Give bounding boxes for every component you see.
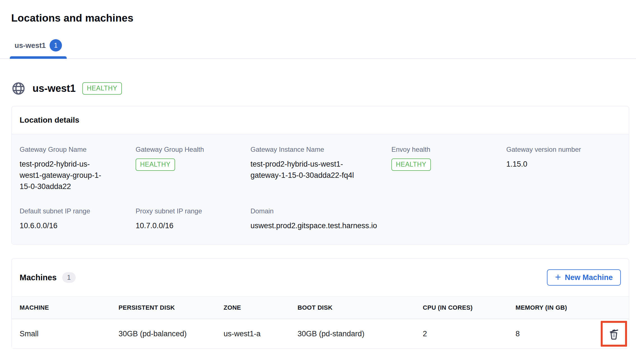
- field-gateway-version: Gateway version number 1.15.0: [506, 146, 621, 192]
- machines-card: Machines 1 + New Machine MACHINE PERSIST…: [11, 258, 629, 349]
- field-value: test-prod2-hybrid-us-west1-gateway-1-15-…: [250, 158, 370, 181]
- machine-table-row: Small 30GB (pd-balanced) us-west1-a 30GB…: [12, 319, 629, 348]
- location-status-badge: HEALTHY: [82, 82, 122, 95]
- column-header-actions: [589, 297, 629, 319]
- cell-zone: us-west1-a: [224, 319, 298, 348]
- field-value: 10.7.0.0/16: [136, 220, 250, 231]
- machines-table-header-row: MACHINE PERSISTENT DISK ZONE BOOT DISK C…: [12, 297, 629, 319]
- column-header-boot-disk: BOOT DISK: [298, 297, 423, 319]
- cell-memory: 8: [516, 319, 589, 348]
- field-label: Gateway Instance Name: [250, 146, 391, 153]
- field-proxy-subnet: Proxy subnet IP range 10.7.0.0/16: [136, 207, 250, 231]
- field-gateway-group-health: Gateway Group Health HEALTHY: [136, 146, 250, 192]
- field-default-subnet: Default subnet IP range 10.6.0.0/16: [20, 207, 136, 231]
- field-label: Envoy health: [391, 146, 506, 153]
- location-name: us-west1: [33, 83, 76, 94]
- column-header-memory: MEMORY (IN GB): [516, 297, 589, 319]
- globe-icon: [11, 81, 26, 96]
- column-header-machine: MACHINE: [12, 297, 119, 319]
- field-value: uswest.prod2.gitspace.test.harness.io: [250, 220, 391, 231]
- location-tabbar: us-west1 1: [0, 32, 636, 59]
- column-header-zone: ZONE: [224, 297, 298, 319]
- plus-icon: +: [555, 272, 561, 282]
- field-value: 10.6.0.0/16: [20, 220, 136, 231]
- delete-machine-button[interactable]: [607, 326, 621, 341]
- location-details-body: Gateway Group Name test-prod2-hybrid-us-…: [12, 134, 629, 244]
- field-envoy-health: Envoy health HEALTHY: [391, 146, 506, 192]
- cell-machine: Small: [12, 319, 119, 348]
- field-label: Gateway Group Health: [136, 146, 250, 153]
- tab-label: us-west1: [15, 41, 46, 50]
- machines-table: MACHINE PERSISTENT DISK ZONE BOOT DISK C…: [12, 296, 629, 348]
- machines-count-badge: 1: [62, 272, 75, 283]
- trash-icon: [607, 327, 621, 340]
- field-gateway-instance-name: Gateway Instance Name test-prod2-hybrid-…: [250, 146, 391, 192]
- new-machine-label: New Machine: [565, 273, 613, 282]
- cell-boot-disk: 30GB (pd-standard): [298, 319, 423, 348]
- envoy-health-badge: HEALTHY: [391, 158, 431, 171]
- field-label: Default subnet IP range: [20, 207, 136, 215]
- machines-header: Machines 1 + New Machine: [12, 259, 629, 296]
- field-domain: Domain uswest.prod2.gitspace.test.harnes…: [250, 207, 391, 231]
- field-gateway-group-name: Gateway Group Name test-prod2-hybrid-us-…: [20, 146, 136, 192]
- field-label: Domain: [250, 207, 391, 215]
- tab-count-badge: 1: [50, 39, 62, 52]
- field-label: Gateway Group Name: [20, 146, 136, 153]
- field-value: test-prod2-hybrid-us-west1-gateway-group…: [20, 158, 106, 192]
- field-label: Gateway version number: [506, 146, 621, 153]
- column-header-persistent-disk: PERSISTENT DISK: [119, 297, 224, 319]
- new-machine-button[interactable]: + New Machine: [547, 269, 621, 286]
- field-label: Proxy subnet IP range: [136, 207, 250, 215]
- annotation-highlight-box: [601, 321, 627, 347]
- cell-cpu: 2: [423, 319, 516, 348]
- field-value: 1.15.0: [506, 158, 621, 170]
- page-title: Locations and machines: [11, 12, 636, 24]
- cell-persistent-disk: 30GB (pd-balanced): [119, 319, 224, 348]
- location-details-card: Location details Gateway Group Name test…: [11, 106, 629, 245]
- location-section-header: us-west1 HEALTHY: [11, 81, 636, 96]
- column-header-cpu: CPU (IN CORES): [423, 297, 516, 319]
- machines-title: Machines: [20, 273, 57, 282]
- gateway-group-health-badge: HEALTHY: [136, 158, 175, 171]
- location-details-title: Location details: [12, 106, 629, 134]
- tab-us-west1[interactable]: us-west1 1: [10, 32, 67, 58]
- cell-actions: [589, 319, 629, 348]
